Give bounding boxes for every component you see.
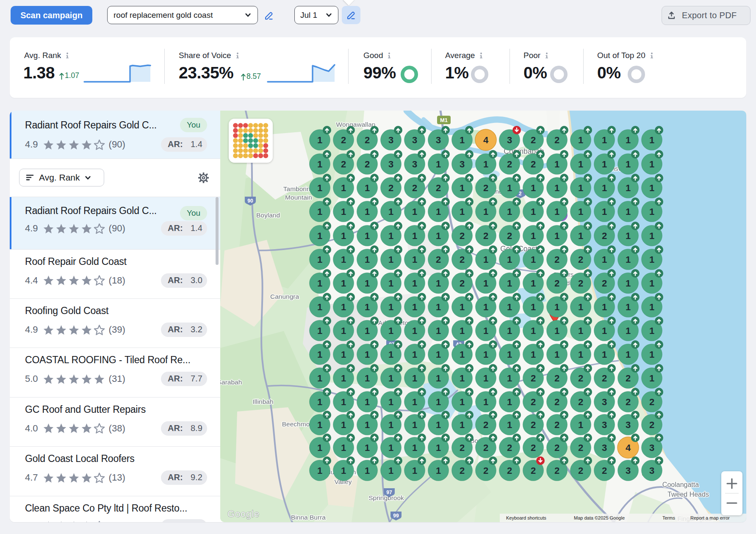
svg-text:2: 2 xyxy=(554,420,559,430)
svg-text:2: 2 xyxy=(460,254,465,265)
svg-text:2: 2 xyxy=(483,231,488,241)
svg-text:1: 1 xyxy=(460,206,465,217)
svg-text:1: 1 xyxy=(531,302,536,312)
svg-text:1: 1 xyxy=(317,231,322,241)
svg-text:2: 2 xyxy=(531,465,536,476)
svg-text:1: 1 xyxy=(602,302,607,312)
svg-text:1: 1 xyxy=(460,420,465,430)
svg-text:2: 2 xyxy=(531,397,536,407)
svg-text:1: 1 xyxy=(554,302,559,312)
svg-text:1: 1 xyxy=(531,206,536,217)
svg-text:1: 1 xyxy=(365,420,370,430)
svg-text:1: 1 xyxy=(602,206,607,217)
svg-text:1: 1 xyxy=(554,159,559,170)
svg-text:1: 1 xyxy=(436,397,441,407)
svg-text:2: 2 xyxy=(341,159,346,170)
svg-text:2: 2 xyxy=(483,420,488,430)
svg-text:1: 1 xyxy=(412,325,417,336)
svg-text:2: 2 xyxy=(483,442,488,453)
svg-text:1: 1 xyxy=(626,278,631,289)
svg-text:1: 1 xyxy=(317,442,322,453)
svg-text:1: 1 xyxy=(436,231,441,241)
svg-text:1: 1 xyxy=(507,278,512,289)
svg-text:2: 2 xyxy=(554,465,559,476)
svg-text:1: 1 xyxy=(317,206,322,217)
svg-text:2: 2 xyxy=(626,397,631,407)
svg-text:2: 2 xyxy=(649,420,654,430)
svg-text:1: 1 xyxy=(341,442,346,453)
svg-text:1: 1 xyxy=(649,135,654,145)
svg-text:2: 2 xyxy=(602,465,607,476)
svg-text:2: 2 xyxy=(436,183,441,193)
svg-text:1: 1 xyxy=(388,302,393,312)
svg-text:2: 2 xyxy=(602,278,607,289)
svg-text:1: 1 xyxy=(626,183,631,193)
svg-text:1: 1 xyxy=(341,183,346,193)
svg-text:1: 1 xyxy=(507,325,512,336)
svg-text:1: 1 xyxy=(365,442,370,453)
svg-text:1: 1 xyxy=(531,325,536,336)
svg-text:1: 1 xyxy=(626,135,631,145)
svg-text:1: 1 xyxy=(649,302,654,312)
svg-text:1: 1 xyxy=(365,373,370,384)
svg-text:1: 1 xyxy=(436,325,441,336)
svg-text:Mountain: Mountain xyxy=(285,194,312,201)
svg-text:97: 97 xyxy=(386,490,392,495)
svg-text:2: 2 xyxy=(507,465,512,476)
svg-text:3: 3 xyxy=(649,465,654,476)
svg-text:Wongawallan: Wongawallan xyxy=(336,121,376,128)
svg-text:1: 1 xyxy=(341,349,346,360)
svg-text:1: 1 xyxy=(365,465,370,476)
svg-text:1: 1 xyxy=(412,278,417,289)
svg-text:1: 1 xyxy=(388,349,393,360)
svg-text:1: 1 xyxy=(554,325,559,336)
svg-text:1: 1 xyxy=(436,159,441,170)
svg-text:1: 1 xyxy=(626,231,631,241)
svg-text:1: 1 xyxy=(317,183,322,193)
svg-text:1: 1 xyxy=(412,397,417,407)
svg-text:1: 1 xyxy=(649,231,654,241)
svg-text:1: 1 xyxy=(317,465,322,476)
svg-text:2: 2 xyxy=(531,135,536,145)
svg-text:M1: M1 xyxy=(440,117,448,123)
svg-text:1: 1 xyxy=(483,373,488,384)
svg-text:Google: Google xyxy=(227,509,260,519)
svg-text:1: 1 xyxy=(436,442,441,453)
svg-text:3: 3 xyxy=(602,420,607,430)
svg-text:1: 1 xyxy=(483,159,488,170)
svg-text:2: 2 xyxy=(460,442,465,453)
svg-text:2: 2 xyxy=(531,373,536,384)
svg-text:1: 1 xyxy=(388,254,393,265)
svg-text:1: 1 xyxy=(531,254,536,265)
svg-text:2: 2 xyxy=(649,397,654,407)
svg-text:1: 1 xyxy=(507,254,512,265)
svg-text:1: 1 xyxy=(341,206,346,217)
svg-text:3: 3 xyxy=(507,135,512,145)
svg-text:4: 4 xyxy=(626,442,631,453)
svg-text:1: 1 xyxy=(460,373,465,384)
svg-text:Sarabah: Sarabah xyxy=(220,378,242,386)
svg-text:1: 1 xyxy=(436,373,441,384)
svg-text:2: 2 xyxy=(531,442,536,453)
svg-text:2: 2 xyxy=(578,254,583,265)
svg-text:1: 1 xyxy=(649,159,654,170)
svg-text:2: 2 xyxy=(554,373,559,384)
svg-text:1: 1 xyxy=(531,183,536,193)
svg-text:1: 1 xyxy=(460,183,465,193)
svg-text:1: 1 xyxy=(483,349,488,360)
svg-text:1: 1 xyxy=(602,159,607,170)
svg-text:1: 1 xyxy=(483,397,488,407)
svg-text:1: 1 xyxy=(365,206,370,217)
svg-text:1: 1 xyxy=(388,397,393,407)
svg-text:1: 1 xyxy=(507,206,512,217)
svg-text:1: 1 xyxy=(578,159,583,170)
svg-text:2: 2 xyxy=(341,135,346,145)
svg-text:1: 1 xyxy=(341,397,346,407)
svg-text:1: 1 xyxy=(317,325,322,336)
svg-text:1: 1 xyxy=(412,206,417,217)
svg-text:1: 1 xyxy=(626,325,631,336)
svg-text:2: 2 xyxy=(365,135,370,145)
svg-text:1: 1 xyxy=(507,397,512,407)
svg-text:1: 1 xyxy=(436,465,441,476)
svg-text:3: 3 xyxy=(412,159,417,170)
